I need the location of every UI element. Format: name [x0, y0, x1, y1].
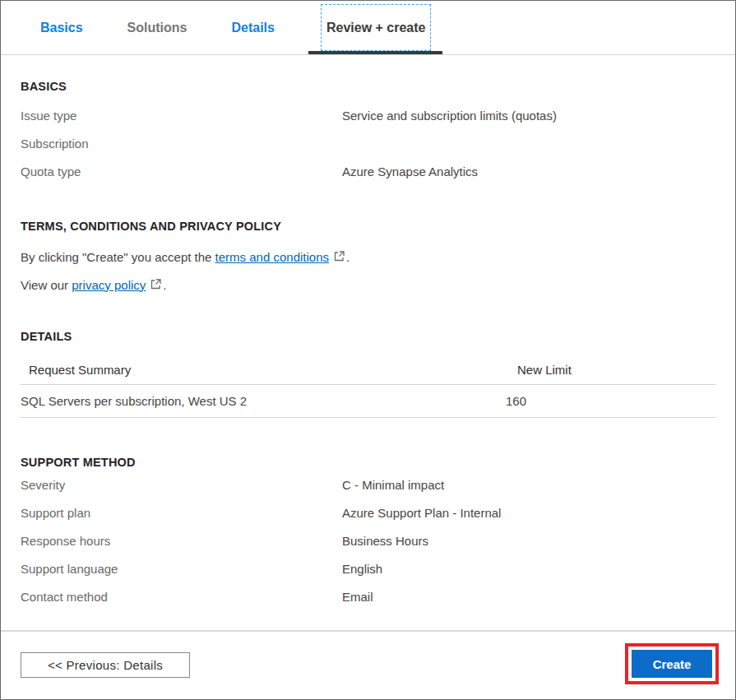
- row-value: Azure Synapse Analytics: [342, 165, 478, 178]
- terms-lines: By clicking "Create" you accept the term…: [21, 243, 715, 299]
- tab-basics[interactable]: Basics: [18, 21, 105, 35]
- terms-line-1-period: .: [346, 250, 349, 264]
- terms-line-2-text: View our: [21, 278, 72, 292]
- support-rows: Severity C - Minimal impact Support plan…: [21, 471, 715, 610]
- row-label: Issue type: [21, 109, 342, 123]
- row-label: Contact method: [21, 590, 342, 604]
- create-button-highlight: Create: [625, 643, 719, 684]
- request-summary-cell: SQL Servers per subscription, West US 2: [21, 394, 504, 408]
- review-content: BASICS Issue type Service and subscripti…: [1, 80, 735, 610]
- row-label: Response hours: [21, 534, 342, 548]
- row-label: Subscription: [21, 137, 342, 151]
- row-value: Azure Support Plan - Internal: [342, 506, 501, 520]
- external-link-icon: [334, 250, 345, 264]
- terms-line-2: View our privacy policy.: [21, 271, 715, 299]
- row-severity: Severity C - Minimal impact: [21, 471, 715, 498]
- row-response-hours: Response hours Business Hours: [21, 526, 715, 554]
- terms-line-2-period: .: [163, 278, 166, 292]
- tab-solutions[interactable]: Solutions: [105, 21, 210, 35]
- details-table-header: Request Summary New Limit: [21, 355, 715, 385]
- tab-details[interactable]: Details: [209, 21, 296, 35]
- row-value: C - Minimal impact: [342, 478, 444, 492]
- support-section-heading: SUPPORT METHOD: [21, 456, 715, 469]
- row-value: Email: [342, 590, 373, 604]
- row-quota-type: Quota type Azure Synapse Analytics: [21, 157, 715, 185]
- row-value: Business Hours: [342, 534, 428, 548]
- previous-details-button[interactable]: << Previous: Details: [21, 652, 190, 678]
- wizard-tab-bar: Basics Solutions Details Review + create: [1, 1, 735, 55]
- row-value: Service and subscription limits (quotas): [342, 109, 557, 123]
- privacy-policy-link[interactable]: privacy policy: [72, 278, 146, 292]
- wizard-footer: << Previous: Details Create: [1, 630, 735, 699]
- terms-and-conditions-link[interactable]: terms and conditions: [215, 250, 329, 264]
- terms-section-heading: TERMS, CONDITIONS AND PRIVACY POLICY: [21, 220, 715, 233]
- tab-review-create[interactable]: Review + create: [321, 4, 432, 51]
- row-label: Quota type: [21, 165, 342, 178]
- terms-line-1: By clicking "Create" you accept the term…: [21, 243, 715, 271]
- basics-rows: Issue type Service and subscription limi…: [21, 101, 715, 185]
- table-row: SQL Servers per subscription, West US 2 …: [21, 385, 715, 418]
- basics-section-heading: BASICS: [21, 80, 715, 93]
- review-create-page: Basics Solutions Details Review + create…: [0, 0, 736, 700]
- new-limit-cell: 160: [504, 394, 526, 408]
- row-support-language: Support language English: [21, 554, 715, 582]
- row-issue-type: Issue type Service and subscription limi…: [21, 101, 715, 129]
- row-value: English: [342, 562, 382, 576]
- external-link-icon: [150, 278, 161, 292]
- terms-line-1-text: By clicking "Create" you accept the: [21, 250, 215, 264]
- row-subscription: Subscription: [21, 129, 715, 157]
- row-label: Severity: [21, 478, 342, 492]
- row-support-plan: Support plan Azure Support Plan - Intern…: [21, 498, 715, 526]
- details-table: Request Summary New Limit SQL Servers pe…: [21, 355, 715, 418]
- column-header-request-summary: Request Summary: [21, 363, 504, 377]
- row-label: Support plan: [21, 506, 342, 520]
- create-button[interactable]: Create: [632, 650, 712, 678]
- row-contact-method: Contact method Email: [21, 582, 715, 610]
- details-section-heading: DETAILS: [21, 330, 715, 343]
- row-label: Support language: [21, 562, 342, 576]
- column-header-new-limit: New Limit: [504, 363, 572, 377]
